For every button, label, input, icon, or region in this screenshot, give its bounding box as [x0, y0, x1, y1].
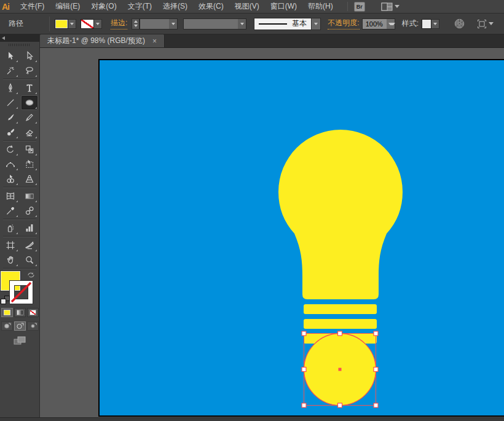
free-transform-tool[interactable] — [22, 157, 37, 171]
blend-tool[interactable] — [22, 204, 37, 218]
line-segment-icon — [6, 98, 15, 108]
pen-icon — [6, 83, 15, 93]
scale-tool[interactable] — [22, 143, 37, 156]
draw-behind-button[interactable] — [14, 321, 26, 331]
default-fill-stroke-icon[interactable] — [1, 296, 10, 304]
menubar-divider — [347, 2, 348, 11]
type-tool[interactable] — [22, 81, 37, 95]
graphic-style-chip[interactable] — [422, 19, 431, 29]
workspace-switcher[interactable] — [381, 2, 400, 11]
hand-tool[interactable] — [2, 253, 18, 267]
menu-help[interactable]: 帮助(H) — [302, 0, 339, 13]
selection-handle[interactable] — [338, 331, 342, 336]
width-profile-dropdown[interactable] — [183, 18, 246, 30]
menu-effect[interactable]: 效果(C) — [193, 0, 229, 13]
blob-brush-tool[interactable] — [2, 125, 18, 139]
stroke-weight-stepper[interactable] — [132, 18, 140, 30]
ellipse-tool[interactable] — [22, 96, 37, 109]
eraser-tool[interactable] — [22, 125, 37, 139]
selection-handle[interactable] — [374, 368, 378, 372]
lasso-tool[interactable] — [22, 64, 37, 77]
menu-view[interactable]: 视图(V) — [229, 0, 265, 13]
style-dropdown[interactable] — [431, 19, 439, 29]
draw-inside-button[interactable] — [27, 321, 39, 331]
column-graph-icon — [25, 223, 34, 233]
magic-wand-icon — [6, 66, 15, 76]
close-tab-icon[interactable]: × — [152, 37, 157, 45]
menu-select[interactable]: 选择(S) — [157, 0, 193, 13]
menu-object[interactable]: 对象(O) — [85, 0, 122, 13]
fill-color-chip[interactable] — [55, 19, 68, 29]
line-segment-tool[interactable] — [2, 96, 18, 109]
selection-handle[interactable] — [302, 403, 306, 407]
perspective-grid-tool[interactable] — [22, 172, 37, 186]
dropdown-arrow — [387, 19, 395, 29]
collapse-panel-icon[interactable] — [2, 36, 5, 40]
bridge-button[interactable]: Br — [354, 2, 365, 12]
recolor-artwork-icon[interactable] — [454, 18, 465, 29]
pen-tool[interactable] — [2, 81, 18, 95]
workspace — [0, 48, 504, 417]
fill-color-dropdown[interactable] — [68, 19, 76, 29]
tab-row: 未标题-1* @ 98% (RGB/预览) × — [0, 34, 504, 48]
chevron-down-icon — [489, 22, 494, 25]
selection-handle[interactable] — [338, 403, 342, 407]
gradient-button[interactable] — [14, 308, 26, 317]
status-bar — [0, 417, 504, 421]
selection-handle[interactable] — [374, 331, 378, 336]
artboard-tool[interactable] — [2, 238, 18, 252]
brush-dropdown-arrow[interactable] — [312, 18, 321, 30]
zoom-tool[interactable] — [22, 253, 37, 267]
drawing-mode-buttons — [0, 321, 39, 331]
selection-handle[interactable] — [302, 368, 306, 372]
stroke-weight-dropdown[interactable] — [140, 18, 178, 30]
chevron-down-icon — [171, 23, 175, 25]
color-button[interactable] — [1, 308, 13, 317]
tools-panel-grip[interactable] — [9, 44, 31, 46]
eyedropper-tool[interactable] — [2, 204, 18, 218]
shape-builder-tool[interactable] — [2, 172, 18, 186]
pencil-tool[interactable] — [22, 111, 37, 124]
stroke-panel-link[interactable]: 描边: — [111, 18, 127, 30]
selection-handle[interactable] — [374, 403, 378, 407]
opacity-value: 100% — [363, 20, 383, 28]
canvas-area[interactable] — [40, 48, 504, 417]
base-stripe[interactable] — [304, 304, 377, 314]
menu-file[interactable]: 文件(F) — [15, 0, 50, 13]
menu-edit[interactable]: 编辑(E) — [50, 0, 85, 13]
swap-fill-stroke-icon[interactable] — [27, 270, 35, 278]
column-graph-tool[interactable] — [22, 221, 37, 235]
artboard[interactable] — [98, 59, 504, 417]
draw-normal-button[interactable] — [1, 321, 13, 331]
symbol-sprayer-tool[interactable] — [2, 221, 18, 235]
stroke-color-chip[interactable] — [81, 19, 94, 29]
lasso-icon — [25, 66, 34, 76]
rotate-tool[interactable] — [2, 143, 18, 156]
bulb-shape[interactable] — [278, 130, 403, 299]
screen-mode-button[interactable] — [0, 336, 39, 345]
toolbar-divider — [3, 219, 36, 219]
selection-handle[interactable] — [302, 331, 306, 336]
opacity-dropdown[interactable]: 100% — [362, 18, 395, 30]
menu-window[interactable]: 窗口(W) — [265, 0, 302, 13]
type-icon — [25, 83, 34, 93]
selection-center-point[interactable] — [339, 368, 342, 371]
selection-tool[interactable] — [2, 49, 18, 63]
brush-definition-dropdown[interactable]: 基本 — [254, 18, 312, 30]
scale-icon — [25, 144, 34, 154]
magic-wand-tool[interactable] — [2, 64, 18, 77]
opacity-panel-link[interactable]: 不透明度: — [328, 18, 359, 30]
chevron-down-icon — [433, 23, 437, 25]
gradient-tool[interactable] — [22, 189, 37, 203]
transform-options[interactable] — [477, 19, 494, 29]
document-tab[interactable]: 未标题-1* @ 98% (RGB/预览) × — [40, 34, 165, 47]
mesh-tool[interactable] — [2, 189, 18, 203]
base-stripe[interactable] — [304, 319, 377, 329]
direct-selection-tool[interactable] — [22, 49, 37, 63]
width-tool[interactable] — [2, 157, 18, 171]
stroke-color-dropdown[interactable] — [94, 19, 102, 29]
paintbrush-tool[interactable] — [2, 111, 18, 124]
menu-type[interactable]: 文字(T) — [122, 0, 157, 13]
slice-tool[interactable] — [22, 238, 37, 252]
none-button[interactable] — [27, 308, 39, 317]
